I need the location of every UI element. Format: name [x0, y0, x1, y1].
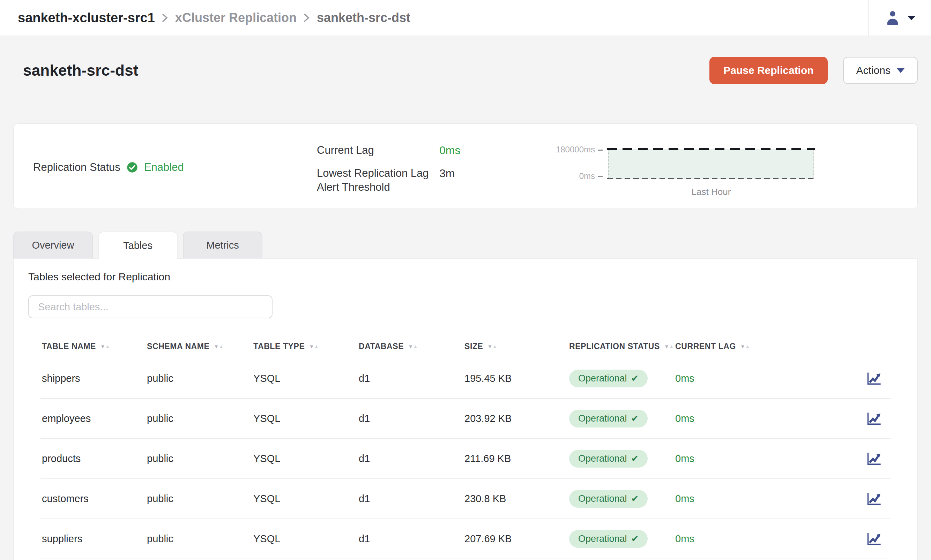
- title-actions: Pause Replication Actions: [709, 57, 918, 84]
- breadcrumb-cluster-link[interactable]: sanketh-xcluster-src1: [18, 11, 155, 25]
- replication-status-card: Replication Status Enabled Current Lag L…: [13, 123, 918, 209]
- lag-graph-icon[interactable]: [867, 532, 882, 546]
- lag-graph-icon[interactable]: [867, 492, 882, 506]
- check-icon: ✔: [631, 494, 639, 504]
- table-row: products public YSQL d1 211.69 KB Operat…: [40, 439, 891, 479]
- chevron-right-icon: [303, 12, 311, 23]
- chart-y-min-label: 0ms: [526, 171, 603, 181]
- threshold-label-line2: Alert Threshold: [317, 180, 429, 194]
- check-icon: ✔: [631, 373, 639, 384]
- check-icon: ✔: [631, 413, 639, 424]
- check-icon: ✔: [631, 453, 639, 464]
- title-row: sanketh-src-dst Pause Replication Action…: [13, 56, 918, 85]
- replication-tables: Table Name▼▲ Schema Name▼▲ Table Type▼▲ …: [40, 334, 891, 559]
- lag-chart: 180000ms 0ms Last Hour: [608, 149, 814, 197]
- cell-table-type: YSQL: [253, 453, 359, 465]
- cell-size: 195.45 KB: [464, 373, 569, 384]
- tables-panel: Tables selected for Replication Table Na…: [13, 258, 918, 560]
- column-header-replication-status[interactable]: Replication Status▼▲: [569, 342, 675, 351]
- status-badge: Operational✔: [569, 369, 647, 388]
- lag-graph-icon[interactable]: [867, 412, 882, 426]
- threshold-label-line1: Lowest Replication Lag: [317, 166, 429, 180]
- cell-current-lag: 0ms: [675, 373, 825, 384]
- replication-status-value: Enabled: [144, 161, 184, 174]
- cell-database: d1: [359, 413, 464, 425]
- pause-replication-button[interactable]: Pause Replication: [709, 57, 827, 84]
- sort-icons: ▼▲: [740, 344, 750, 349]
- current-lag-value: 0ms: [439, 143, 460, 157]
- actions-caret-icon: [897, 68, 905, 73]
- cell-size: 203.92 KB: [464, 413, 569, 425]
- status-badge: Operational✔: [569, 530, 647, 548]
- table-header-row: Table Name▼▲ Schema Name▼▲ Table Type▼▲ …: [40, 334, 891, 359]
- cell-table-name: customers: [42, 493, 147, 505]
- cell-database: d1: [359, 493, 464, 505]
- sort-icons: ▼▲: [664, 344, 674, 349]
- tab-tables[interactable]: Tables: [98, 232, 177, 259]
- cell-current-lag: 0ms: [675, 413, 825, 425]
- user-menu[interactable]: [868, 0, 931, 35]
- cell-table-type: YSQL: [253, 413, 359, 425]
- cell-database: d1: [359, 373, 464, 384]
- breadcrumb-section-link[interactable]: xCluster Replication: [175, 11, 297, 25]
- sort-icons: ▼▲: [309, 344, 319, 349]
- page-title: sanketh-src-dst: [23, 62, 139, 79]
- main-content: sanketh-src-dst Pause Replication Action…: [0, 36, 931, 560]
- cell-size: 211.69 KB: [464, 453, 569, 465]
- column-header-table-type[interactable]: Table Type▼▲: [253, 342, 359, 351]
- lag-graph-icon[interactable]: [867, 452, 882, 466]
- app-header: sanketh-xcluster-src1 xCluster Replicati…: [0, 0, 931, 36]
- cell-table-type: YSQL: [253, 373, 359, 384]
- cell-schema-name: public: [147, 493, 253, 505]
- user-caret-icon: [907, 16, 916, 20]
- status-badge: Operational✔: [569, 490, 647, 508]
- table-row: employees public YSQL d1 203.92 KB Opera…: [40, 399, 891, 439]
- table-row: shippers public YSQL d1 195.45 KB Operat…: [40, 359, 891, 399]
- cell-table-name: suppliers: [42, 533, 147, 545]
- cell-table-name: employees: [42, 413, 147, 425]
- actions-button-label: Actions: [856, 65, 891, 76]
- chevron-right-icon: [161, 12, 169, 23]
- column-header-schema-name[interactable]: Schema Name▼▲: [147, 342, 253, 351]
- cell-table-type: YSQL: [253, 533, 359, 545]
- chart-y-max-label: 180000ms: [526, 145, 603, 154]
- status-badge: Operational✔: [569, 450, 647, 468]
- search-input[interactable]: [28, 295, 273, 318]
- check-circle-icon: [127, 162, 138, 173]
- column-header-database[interactable]: Database▼▲: [359, 342, 464, 351]
- breadcrumb-current: sanketh-src-dst: [317, 11, 410, 25]
- cell-current-lag: 0ms: [675, 493, 825, 505]
- replication-status-label: Replication Status: [33, 161, 120, 174]
- column-header-size[interactable]: Size▼▲: [464, 342, 569, 351]
- threshold-value: 3m: [439, 166, 460, 180]
- chart-x-label: Last Hour: [608, 186, 814, 197]
- breadcrumb: sanketh-xcluster-src1 xCluster Replicati…: [18, 11, 410, 25]
- cell-size: 230.8 KB: [464, 493, 569, 505]
- cell-database: d1: [359, 453, 464, 465]
- check-icon: ✔: [631, 534, 639, 544]
- column-header-current-lag[interactable]: Current Lag▼▲: [675, 342, 825, 351]
- lag-summary-labels: Current Lag Lowest Replication Lag Alert…: [317, 143, 429, 194]
- cell-schema-name: public: [147, 453, 253, 465]
- tab-bar: Overview Tables Metrics: [13, 232, 918, 258]
- sort-icons: ▼▲: [487, 344, 497, 349]
- cell-current-lag: 0ms: [675, 453, 825, 465]
- cell-size: 207.69 KB: [464, 533, 569, 545]
- status-badge: Operational✔: [569, 410, 647, 428]
- tab-metrics[interactable]: Metrics: [183, 232, 262, 258]
- chart-threshold-line: [607, 148, 815, 150]
- current-lag-label: Current Lag: [317, 143, 429, 157]
- sort-icons: ▼▲: [100, 344, 110, 349]
- cell-table-name: shippers: [42, 373, 147, 384]
- table-row: suppliers public YSQL d1 207.69 KB Opera…: [40, 519, 891, 559]
- tab-overview[interactable]: Overview: [13, 232, 93, 258]
- cell-current-lag: 0ms: [675, 533, 825, 545]
- table-row: customers public YSQL d1 230.8 KB Operat…: [40, 479, 891, 519]
- cell-table-name: products: [42, 453, 147, 465]
- column-header-table-name[interactable]: Table Name▼▲: [42, 342, 147, 351]
- lag-graph-icon[interactable]: [867, 372, 882, 386]
- cell-schema-name: public: [147, 373, 253, 384]
- sort-icons: ▼▲: [214, 344, 224, 349]
- actions-button[interactable]: Actions: [843, 57, 918, 84]
- chart-lag-line: [607, 178, 815, 179]
